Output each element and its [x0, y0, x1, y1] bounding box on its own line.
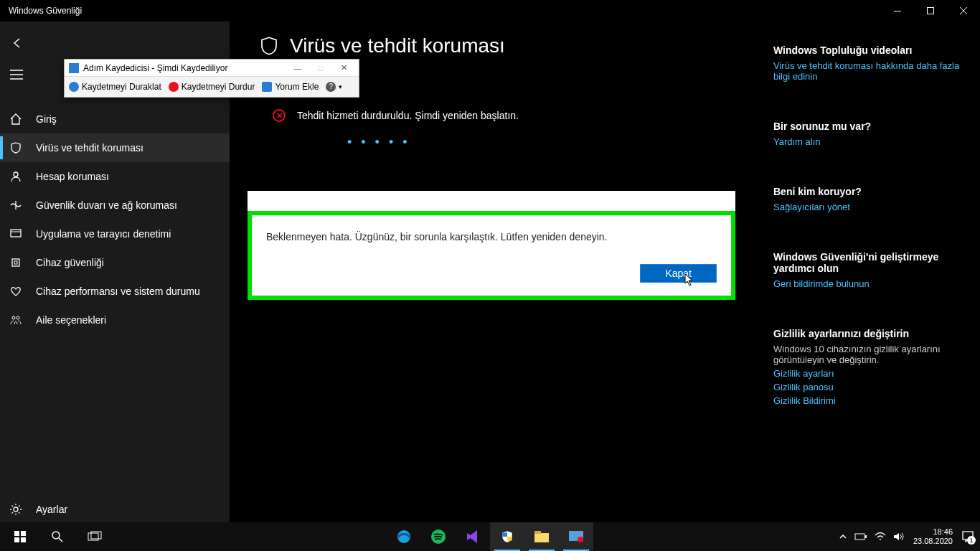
right-privacy-settings-link[interactable]: Gizlilik ayarları [773, 368, 960, 379]
right-improve-heading: Windows Güvenliği'ni geliştirmeye yardım… [773, 251, 960, 274]
error-dialog: Beklenmeyen hata. Üzgünüz, bir sorunla k… [248, 211, 735, 300]
nav-label: Virüs ve tehdit koruması [36, 142, 143, 154]
psr-titlebar[interactable]: Adım Kaydedicisi - Şimdi Kaydediliyor — … [65, 60, 359, 77]
gear-icon [9, 503, 23, 516]
action-center-button[interactable]: 1 [961, 530, 974, 543]
network-icon [9, 199, 23, 212]
svg-rect-28 [534, 531, 541, 534]
dropdown-icon: ▾ [339, 83, 342, 90]
task-view-button[interactable] [77, 522, 112, 551]
error-dialog-region: Beklenmeyen hata. Üzgünüz, bir sorunla k… [248, 191, 735, 300]
help-icon: ? [326, 82, 336, 92]
right-feedback-link[interactable]: Geri bildirimde bulunun [773, 278, 960, 289]
nav-settings[interactable]: Ayarlar [0, 495, 230, 524]
svg-rect-31 [855, 534, 864, 540]
nav-home[interactable]: Giriş [0, 105, 230, 133]
psr-title-text: Adım Kaydedicisi - Şimdi Kaydediliyor [83, 63, 227, 73]
shield-icon [258, 35, 280, 57]
sidebar: Giriş Virüs ve tehdit koruması Hesap kor… [0, 22, 230, 529]
psr-maximize-button[interactable]: □ [310, 61, 331, 75]
svg-point-7 [14, 172, 18, 176]
nav-label: Giriş [36, 113, 57, 125]
clock-date: 23.08.2020 [913, 537, 953, 546]
psr-close-button[interactable]: ✕ [333, 61, 354, 75]
taskbar-explorer[interactable] [524, 522, 559, 551]
maximize-button[interactable] [914, 0, 947, 22]
right-providers-link[interactable]: Sağlayıcıları yönet [773, 202, 960, 212]
minimize-button[interactable] [881, 0, 914, 22]
nav-device[interactable]: Cihaz güvenliği [0, 248, 230, 277]
tray-wifi-icon[interactable] [875, 532, 886, 542]
psr-help-button[interactable]: ? ▾ [326, 82, 342, 92]
psr-stop-label: Kaydetmeyi Durdur [182, 82, 255, 92]
taskbar-windows-security[interactable] [490, 522, 524, 551]
psr-pause-button[interactable]: Kaydetmeyi Duraklat [69, 82, 161, 92]
tray-battery-icon[interactable] [854, 532, 867, 541]
tray-sound-icon[interactable] [893, 532, 905, 542]
taskbar-edge[interactable] [387, 522, 421, 551]
svg-rect-16 [21, 531, 26, 536]
right-videos-link[interactable]: Virüs ve tehdit koruması hakkında daha f… [773, 60, 960, 82]
shield-icon [9, 141, 23, 154]
tray-chevron-up-icon[interactable] [839, 532, 847, 541]
status-text: Tehdit hizmeti durduruldu. Şimdi yeniden… [297, 110, 519, 121]
psr-comment-button[interactable]: Yorum Ekle [262, 82, 319, 92]
nav-virus[interactable]: Virüs ve tehdit koruması [0, 133, 230, 162]
svg-rect-10 [12, 259, 19, 266]
close-button[interactable] [947, 0, 980, 22]
nav-account[interactable]: Hesap koruması [0, 162, 230, 191]
home-icon [9, 113, 23, 126]
nav-label: Cihaz güvenliği [36, 257, 104, 268]
right-question-heading: Bir sorunuz mu var? [773, 121, 960, 132]
svg-point-13 [17, 316, 19, 319]
search-button[interactable] [40, 522, 75, 551]
selection-indicator [0, 136, 3, 159]
svg-rect-8 [11, 230, 21, 237]
right-privacy-text: Windows 10 cihazınızın gizlilik ayarları… [773, 344, 960, 365]
dialog-close-label: Kapat [665, 268, 692, 279]
family-icon [9, 314, 23, 326]
steps-recorder-window[interactable]: Adım Kaydedicisi - Şimdi Kaydediliyor — … [64, 59, 359, 98]
chip-icon [9, 256, 23, 269]
psr-app-icon [69, 63, 79, 73]
svg-point-14 [14, 507, 18, 512]
svg-rect-11 [14, 261, 17, 264]
start-button[interactable] [3, 522, 37, 551]
person-icon [9, 170, 23, 183]
taskbar-steps-recorder[interactable] [559, 522, 593, 551]
psr-toolbar: Kaydetmeyi Duraklat Kaydetmeyi Durdur Yo… [65, 77, 359, 97]
threat-status-row: ✕ Tehdit hizmeti durduruldu. Şimdi yenid… [273, 109, 736, 122]
taskbar-visualstudio[interactable] [456, 522, 490, 551]
back-button[interactable] [0, 27, 230, 59]
svg-rect-32 [865, 535, 867, 538]
heart-icon [9, 285, 23, 298]
page-title: Virüs ve tehdit koruması [290, 34, 505, 57]
nav-firewall[interactable]: Güvenlik duvarı ve ağ koruması [0, 191, 230, 220]
nav-app[interactable]: Uygulama ve tarayıcı denetimi [0, 220, 230, 248]
svg-rect-1 [928, 8, 934, 14]
taskbar: 18:46 23.08.2020 1 [0, 522, 980, 551]
loading-dots: • • • • • [347, 135, 736, 150]
svg-point-30 [578, 537, 583, 542]
nav-performance[interactable]: Cihaz performansı ve sistem durumu [0, 277, 230, 306]
dialog-top-strip [248, 191, 735, 211]
taskbar-spotify[interactable] [421, 522, 456, 551]
psr-minimize-button[interactable]: — [287, 61, 308, 75]
app-icon [9, 227, 23, 240]
right-privacy-dashboard-link[interactable]: Gizlilik panosu [773, 382, 960, 392]
window-title: Windows Güvenliği [9, 6, 82, 16]
taskbar-clock[interactable]: 18:46 23.08.2020 [913, 527, 953, 546]
psr-stop-button[interactable]: Kaydetmeyi Durdur [169, 82, 255, 92]
svg-rect-18 [21, 537, 26, 542]
psr-pause-label: Kaydetmeyi Duraklat [82, 82, 161, 92]
comment-icon [262, 82, 272, 92]
right-help-link[interactable]: Yardım alın [773, 136, 960, 147]
error-icon: ✕ [273, 109, 286, 122]
nav-label: Güvenlik duvarı ve ağ koruması [36, 199, 177, 211]
svg-rect-26 [507, 537, 512, 541]
dialog-close-button[interactable]: Kapat [640, 264, 717, 283]
svg-rect-25 [502, 532, 507, 537]
nav-family[interactable]: Aile seçenekleri [0, 306, 230, 334]
right-privacy-statement-link[interactable]: Gizlilik Bildirimi [773, 395, 960, 406]
nav-label: Uygulama ve tarayıcı denetimi [36, 228, 171, 240]
